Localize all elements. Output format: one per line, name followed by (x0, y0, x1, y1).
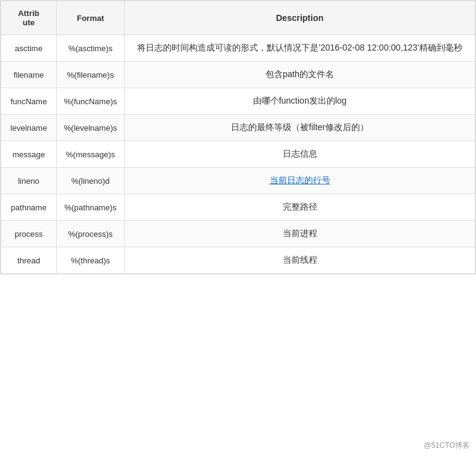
cell-description: 完整路径 (125, 194, 475, 221)
table-body: asctime%(asctime)s将日志的时间构造成可读的形式，默认情况下是'… (1, 35, 475, 274)
cell-attr: asctime (1, 35, 57, 62)
cell-attr: pathname (1, 194, 57, 221)
table-row: pathname%(pathname)s完整路径 (1, 194, 475, 221)
cell-attr: lineno (1, 168, 57, 194)
cell-format: %(process)s (57, 221, 125, 247)
table-row: funcName%(funcName)s由哪个function发出的log (1, 88, 475, 115)
main-table-container: Attribute Format Description asctime%(as… (0, 0, 476, 274)
cell-format: %(thread)s (57, 247, 125, 274)
cell-description: 当前进程 (125, 221, 475, 247)
table-row: process%(process)s当前进程 (1, 221, 475, 247)
cell-description: 将日志的时间构造成可读的形式，默认情况下是'2016-02-08 12:00:0… (125, 35, 475, 62)
lineno-link[interactable]: 当前日志的行号 (270, 175, 330, 185)
attributes-table: Attribute Format Description asctime%(as… (1, 1, 475, 274)
cell-description: 包含path的文件名 (125, 62, 475, 88)
cell-attr: levelname (1, 115, 57, 141)
table-row: thread%(thread)s当前线程 (1, 247, 475, 274)
cell-attr: process (1, 221, 57, 247)
header-attribute: Attribute (1, 1, 57, 35)
cell-attr: filename (1, 62, 57, 88)
cell-attr: thread (1, 247, 57, 274)
cell-attr: funcName (1, 88, 57, 115)
cell-format: %(pathname)s (57, 194, 125, 221)
cell-attr: message (1, 141, 57, 168)
cell-format: %(funcName)s (57, 88, 125, 115)
cell-description: 由哪个function发出的log (125, 88, 475, 115)
cell-description: 当前日志的行号 (125, 168, 475, 194)
table-row: message%(message)s日志信息 (1, 141, 475, 168)
watermark-text: @51CTO博客 (424, 440, 470, 451)
cell-description: 当前线程 (125, 247, 475, 274)
header-format: Format (57, 1, 125, 35)
cell-format: %(filename)s (57, 62, 125, 88)
table-row: levelname%(levelname)s日志的最终等级（被filter修改后… (1, 115, 475, 141)
cell-format: %(asctime)s (57, 35, 125, 62)
cell-format: %(message)s (57, 141, 125, 168)
cell-format: %(lineno)d (57, 168, 125, 194)
table-row: lineno%(lineno)d当前日志的行号 (1, 168, 475, 194)
header-description: Description (125, 1, 475, 35)
table-row: filename%(filename)s包含path的文件名 (1, 62, 475, 88)
cell-description: 日志信息 (125, 141, 475, 168)
table-row: asctime%(asctime)s将日志的时间构造成可读的形式，默认情况下是'… (1, 35, 475, 62)
cell-format: %(levelname)s (57, 115, 125, 141)
table-header-row: Attribute Format Description (1, 1, 475, 35)
cell-description: 日志的最终等级（被filter修改后的） (125, 115, 475, 141)
